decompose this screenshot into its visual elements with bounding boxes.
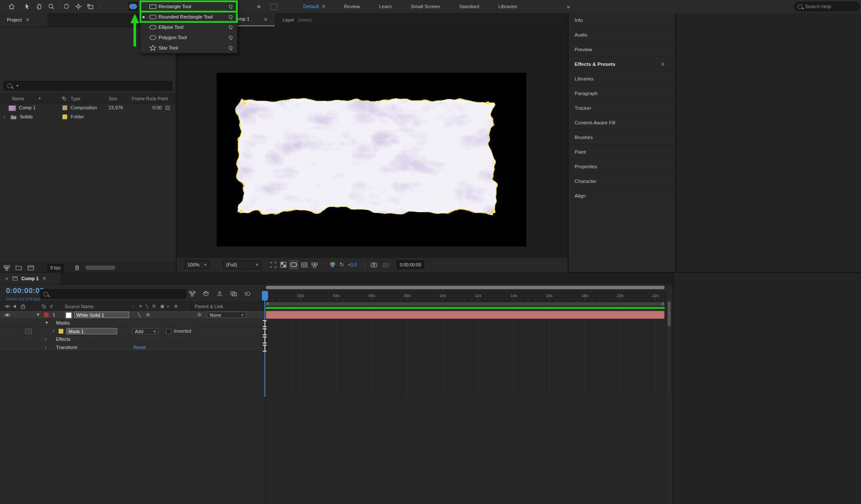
column-in-point[interactable]: In Point [152,96,168,101]
workspace-review[interactable]: Review [344,4,360,9]
panel-tab-libraries[interactable]: Libraries [569,71,675,86]
parent-pickwhip-icon[interactable]: ◎ [197,312,202,317]
outline-row-masks[interactable]: ▼ Masks [0,319,265,327]
workspace-default[interactable]: Default [303,4,319,9]
color-management-icon[interactable] [329,261,336,268]
project-search-input[interactable]: ▾ [3,81,172,90]
source-name-column-label[interactable]: Source Name [65,304,93,309]
label-column-icon[interactable] [62,96,67,101]
mask-lock-toggle[interactable] [25,328,32,334]
parent-select[interactable]: None▾ [207,312,246,318]
take-snapshot-icon[interactable] [369,260,379,269]
tab-project[interactable]: Project ≡ [0,13,47,27]
panel-tab-align[interactable]: Align [569,189,675,203]
exposure-value[interactable]: +0,0 [348,262,357,267]
panel-tab-preview[interactable]: Preview [569,42,675,57]
close-icon[interactable]: × [5,275,9,282]
current-timecode[interactable]: 0:00:00:00 [6,287,44,295]
rotation-tool-icon[interactable] [62,2,71,11]
panel-tab-content-aware-fill[interactable]: Content-Aware Fill [569,115,675,130]
timeline-navigator-bar[interactable] [266,286,665,289]
view-layout-icon[interactable] [299,260,309,269]
timeline-search-input[interactable] [40,289,186,299]
label-color-chip[interactable] [62,105,67,110]
pan-behind-tool-icon[interactable] [86,2,95,11]
workspace-menu-icon[interactable]: ≡ [322,3,325,9]
horizontal-scrollbar[interactable] [85,266,115,270]
menu-item-rounded-rectangle-tool[interactable]: ■ Rounded Rectangle Tool Q [140,12,237,22]
layer-duration-bar[interactable] [266,311,665,319]
reset-link[interactable]: Reset [134,345,146,350]
panel-menu-icon[interactable]: ≡ [661,61,664,67]
group-expand-icon[interactable]: › [45,336,47,342]
snap-region-icon[interactable] [269,2,278,11]
quality-switch-icon[interactable]: ╲ [138,312,140,317]
rounded-rectangle-tool-button-active[interactable] [128,2,138,11]
menu-item-rectangle-tool[interactable]: Rectangle Tool Q [140,1,237,12]
motion-blur-icon[interactable] [243,289,252,298]
playhead-handle[interactable] [262,291,268,300]
color-depth-button[interactable]: 8 bpc [47,264,64,272]
region-of-interest-icon[interactable] [268,260,278,269]
table-row-comp1[interactable]: Comp 1 Composition 23,976 0:00 [0,103,176,112]
item-name[interactable]: Solids [20,114,33,119]
selection-tool-icon[interactable] [22,2,32,11]
work-area-end-handle[interactable] [662,302,664,306]
menu-item-ellipse-tool[interactable]: Ellipse Tool Q [140,22,237,32]
layer-row-white-solid[interactable]: ▼ 1 White Solid 1 ╲ fx ◎ None▾ [0,311,265,319]
mask-color-chip[interactable] [59,329,63,334]
folder-expand-icon[interactable]: › [3,114,5,120]
workspace-learn[interactable]: Learn [379,4,392,9]
menu-item-polygon-tool[interactable]: Polygon Tool Q [140,32,237,43]
outline-row-mask1[interactable]: › Mask 1 Add▾ Inverted [0,327,265,335]
panel-tab-properties[interactable]: Properties [569,159,675,174]
draft-3d-icon[interactable] [202,289,210,298]
panel-tab-paragraph[interactable]: Paragraph [569,86,675,101]
hand-tool-icon[interactable] [34,2,44,11]
outline-row-transform[interactable]: › Transform Reset [0,343,265,352]
item-name[interactable]: Comp 1 [19,105,36,110]
frame-blending-icon[interactable] [229,289,238,298]
search-options-caret-icon[interactable]: ▾ [16,83,19,88]
tab-layer-label[interactable]: Layer [283,17,295,22]
home-icon[interactable] [7,2,16,11]
show-snapshot-icon[interactable] [381,260,391,269]
workspace-libraries[interactable]: Libraries [498,4,517,9]
workspace-overflow-icon[interactable]: » [567,3,570,10]
preview-timecode-field[interactable]: 0:00:00:00 [397,260,424,269]
group-expand-icon[interactable]: ▼ [45,321,49,325]
composition-viewer[interactable] [177,27,568,257]
help-search-input[interactable]: Search Help [794,2,860,11]
mask-expand-icon[interactable]: › [53,328,54,334]
label-color-chip[interactable] [62,114,67,119]
work-area-start-handle[interactable] [266,302,269,306]
fx-switch-icon[interactable]: fx [146,312,150,317]
panel-tab-paint[interactable]: Paint [569,145,675,159]
panel-menu-icon[interactable]: ≡ [43,275,46,281]
column-type[interactable]: Type [71,96,81,101]
menu-item-star-tool[interactable]: Star Tool Q [140,43,237,53]
inverted-checkbox[interactable] [166,329,171,334]
transparency-grid-icon[interactable] [279,260,288,269]
star-toggle-icon[interactable]: ★ [254,2,264,11]
interpret-footage-icon[interactable] [2,263,11,272]
work-area-bar[interactable] [266,302,664,306]
tab-timeline-comp1[interactable]: × Comp 1 ≡ [0,273,60,284]
outline-row-effects[interactable]: › Effects [0,335,265,343]
scrollbar-thumb[interactable] [668,301,671,326]
track-vertical-scrollbar[interactable] [668,301,671,397]
panel-tab-brushes[interactable]: Brushes [569,130,675,145]
workspace-standard[interactable]: Standard [459,4,479,9]
zoom-tool-icon[interactable] [47,2,56,11]
new-folder-icon[interactable] [14,263,23,272]
column-name[interactable]: Name [12,96,24,101]
reset-exposure-icon[interactable]: ↻ [339,261,344,268]
mask-mode-select[interactable]: Add▾ [132,328,159,334]
orbit-camera-tool-icon[interactable] [74,2,83,11]
column-size[interactable]: Size [109,96,117,101]
group-expand-icon[interactable]: › [45,344,47,350]
panel-tab-audio[interactable]: Audio [569,28,675,42]
layer-name[interactable]: White Solid 1 [74,312,129,318]
shy-layers-icon[interactable] [215,289,224,298]
layer-visibility-eye-icon[interactable] [4,313,10,317]
